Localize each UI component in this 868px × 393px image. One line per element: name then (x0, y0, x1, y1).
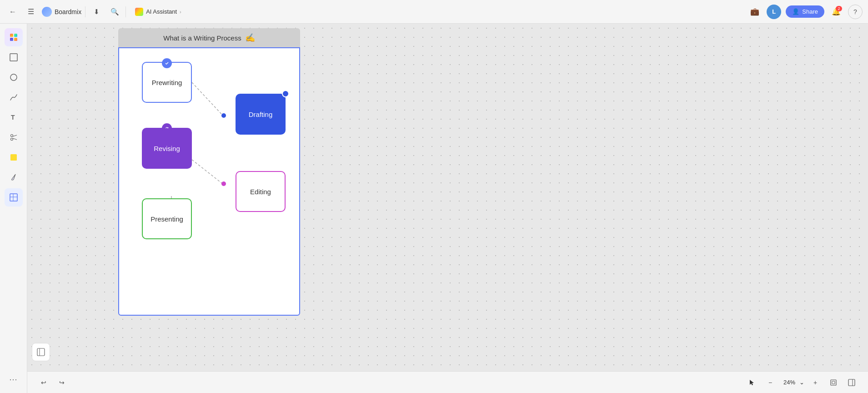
topbar-left: ← ☰ Boardmix ⬇ 🔍 AI Assistant › (5, 5, 744, 19)
svg-point-5 (10, 74, 17, 81)
node-presenting[interactable]: Presenting (142, 198, 192, 239)
svg-rect-1 (14, 34, 17, 37)
share-button[interactable]: 👤 Share (786, 5, 824, 18)
help-button[interactable]: ? (848, 5, 863, 19)
brush-icon (9, 173, 18, 182)
bottom-toolbar-right: − 24% ⌄ + (745, 375, 859, 390)
prewriting-badge-icon (164, 60, 170, 66)
pen-icon (9, 93, 18, 102)
svg-point-8 (10, 138, 13, 141)
presenting-label: Presenting (151, 215, 183, 223)
sidebar-item-table[interactable] (5, 188, 23, 207)
sidebar-item-pen[interactable] (5, 88, 23, 106)
topbar: ← ☰ Boardmix ⬇ 🔍 AI Assistant › 💼 L (0, 0, 868, 24)
prewriting-badge (162, 58, 172, 68)
zoom-display: 24% ⌄ (781, 379, 804, 386)
canvas-area[interactable]: What is a Writing Process ✍ (27, 24, 868, 393)
node-revising[interactable]: Revising (142, 128, 192, 169)
svg-rect-26 (37, 348, 45, 356)
shape-icon (9, 73, 18, 82)
slide-frame: What is a Writing Process ✍ (118, 28, 300, 328)
zoom-out-button[interactable]: − (763, 375, 778, 390)
slide-title-bar: What is a Writing Process ✍ (118, 28, 300, 47)
boardmix-logo-icon (42, 7, 52, 17)
topbar-divider2 (125, 6, 126, 17)
redo-button[interactable]: ↪ (55, 375, 69, 390)
slide-content: Prewriting Drafting Revising (118, 47, 300, 316)
panel-icon (37, 348, 45, 356)
fit-screen-icon (830, 379, 837, 386)
table-icon (9, 193, 18, 202)
revising-badge (162, 123, 172, 133)
scissors-icon (9, 133, 18, 142)
zoom-chevron: ⌄ (799, 379, 804, 386)
zoom-in-button[interactable]: + (808, 375, 823, 390)
svg-rect-4 (10, 54, 17, 61)
svg-line-16 (192, 160, 224, 185)
svg-rect-3 (14, 38, 17, 41)
sidebar-item-frame[interactable] (5, 48, 23, 66)
briefcase-button[interactable]: 💼 (748, 5, 762, 19)
svg-point-7 (10, 135, 13, 137)
drafting-dot (282, 90, 289, 97)
editing-label: Editing (250, 188, 271, 196)
svg-rect-11 (10, 154, 17, 161)
sidebar: T ··· (0, 24, 27, 393)
bottom-toolbar: ↩ ↪ − 24% ⌄ + (27, 371, 868, 393)
more-icon: ··· (9, 375, 17, 384)
svg-rect-29 (832, 381, 835, 384)
cursor-icon (748, 379, 756, 386)
ai-assistant-button[interactable]: AI Assistant › (130, 5, 187, 18)
download-button[interactable]: ⬇ (89, 5, 104, 19)
chevron-right-icon: › (180, 9, 181, 15)
back-button[interactable]: ← (5, 5, 20, 19)
node-drafting[interactable]: Drafting (236, 94, 286, 135)
slide-title: What is a Writing Process (163, 34, 241, 42)
prewriting-label: Prewriting (152, 79, 182, 86)
sidebar-item-app-grid[interactable] (5, 28, 23, 46)
sidebar-panels-button[interactable] (844, 375, 859, 390)
sidebar-item-shape[interactable] (5, 68, 23, 86)
svg-line-15 (192, 82, 224, 116)
svg-line-10 (13, 138, 17, 140)
sidebar-item-scissors[interactable] (5, 128, 23, 146)
panels-icon (848, 379, 855, 386)
node-editing[interactable]: Editing (236, 171, 286, 212)
zoom-value: 24% (781, 379, 798, 386)
user-avatar[interactable]: L (767, 5, 781, 19)
svg-point-18 (221, 113, 226, 118)
svg-rect-0 (10, 34, 13, 37)
notification-badge: 2 (836, 6, 842, 11)
search-button[interactable]: 🔍 (107, 5, 122, 19)
svg-rect-2 (10, 38, 13, 41)
sidebar-item-brush[interactable] (5, 168, 23, 186)
topbar-divider (85, 6, 85, 17)
bottom-toolbar-left: ↩ ↪ (36, 375, 69, 390)
menu-button[interactable]: ☰ (24, 5, 38, 19)
svg-rect-30 (848, 379, 855, 386)
sidebar-item-text[interactable]: T (5, 108, 23, 126)
svg-rect-28 (831, 380, 836, 385)
undo-button[interactable]: ↩ (36, 375, 51, 390)
notification-button[interactable]: 🔔 2 (829, 5, 843, 19)
boardmix-logo[interactable]: Boardmix (42, 7, 81, 17)
node-prewriting[interactable]: Prewriting (142, 62, 192, 103)
slide-title-emoji: ✍ (245, 33, 255, 43)
app-grid-icon (9, 33, 18, 42)
cursor-tool-button[interactable] (745, 375, 759, 390)
frame-icon (9, 53, 18, 62)
sidebar-item-sticky-note[interactable] (5, 148, 23, 166)
sticky-note-icon (9, 153, 18, 162)
svg-text:T: T (11, 114, 15, 121)
topbar-right: 💼 L 👤 Share 🔔 2 ? (748, 5, 863, 19)
svg-rect-12 (10, 194, 17, 201)
panel-toggle-button[interactable] (32, 343, 50, 361)
ai-icon (135, 8, 143, 16)
sidebar-item-more[interactable]: ··· (5, 370, 23, 388)
text-icon: T (9, 113, 18, 122)
drafting-label: Drafting (249, 111, 273, 118)
svg-point-23 (165, 126, 169, 131)
fit-screen-button[interactable] (826, 375, 841, 390)
share-icon: 👤 (792, 8, 799, 15)
revising-label: Revising (154, 145, 180, 152)
